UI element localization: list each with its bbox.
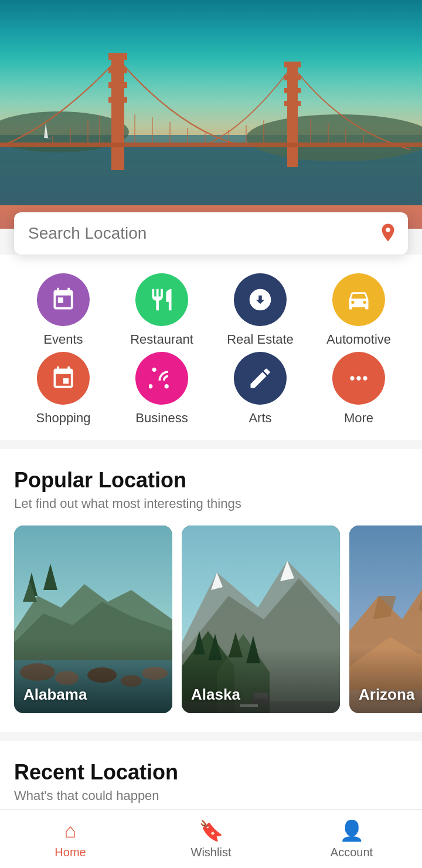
svg-rect-32 (46, 138, 50, 139)
category-automotive[interactable]: Automotive (315, 273, 403, 347)
restaurant-label: Restaurant (130, 332, 193, 347)
arts-icon-bg (234, 352, 287, 405)
automotive-icon (346, 287, 372, 313)
category-business[interactable]: Business (118, 352, 206, 426)
location-card-alabama[interactable]: Alabama (14, 525, 172, 713)
home-label: Home (55, 846, 86, 859)
hero-banner (0, 0, 422, 229)
arizona-label: Arizona (359, 686, 414, 704)
svg-rect-61 (182, 525, 340, 713)
search-container (14, 212, 408, 255)
category-row-2: Shopping Business Arts (14, 352, 408, 426)
arts-icon (247, 365, 273, 391)
popular-section: Popular Location Let find out what most … (0, 449, 422, 732)
shopping-icon (50, 365, 76, 391)
popular-title: Popular Location (14, 468, 422, 493)
restaurant-icon (149, 287, 175, 313)
more-icon-bg (332, 352, 385, 405)
arizona-image (349, 525, 422, 713)
nav-account[interactable]: 👤 Account (281, 819, 422, 859)
automotive-label: Automotive (326, 332, 391, 347)
category-restaurant[interactable]: Restaurant (118, 273, 206, 347)
arts-label: Arts (249, 411, 271, 426)
nav-wishlist[interactable]: 🔖 Wishlist (141, 819, 281, 859)
alabama-label: Alabama (23, 686, 87, 704)
business-label: Business (135, 411, 188, 426)
bridge-illustration (0, 29, 422, 205)
svg-rect-6 (108, 67, 127, 73)
business-icon-bg (135, 352, 188, 405)
category-events[interactable]: Events (19, 273, 107, 347)
nav-home[interactable]: ⌂ Home (0, 819, 141, 859)
restaurant-icon-bg (135, 273, 188, 326)
more-icon (346, 365, 372, 391)
svg-rect-7 (108, 82, 127, 88)
realestate-icon (247, 287, 273, 313)
more-label: More (344, 411, 373, 426)
popular-subtitle: Let find out what most interesting thing… (14, 496, 422, 511)
svg-rect-69 (349, 525, 422, 713)
recent-title: Recent Location (14, 760, 408, 785)
alabama-image (14, 525, 172, 713)
location-card-arizona[interactable]: Arizona (349, 525, 422, 713)
automotive-icon-bg (332, 273, 385, 326)
svg-rect-45 (14, 525, 172, 713)
category-shopping[interactable]: Shopping (19, 352, 107, 426)
svg-rect-13 (284, 101, 301, 106)
account-icon: 👤 (339, 819, 364, 842)
categories-section: Events Restaurant Real Estate (0, 255, 422, 440)
location-pin-icon (377, 222, 399, 243)
alaska-image (182, 525, 340, 713)
shopping-label: Shopping (36, 411, 91, 426)
bottom-nav: ⌂ Home 🔖 Wishlist 👤 Account (0, 809, 422, 868)
search-input[interactable] (14, 212, 408, 255)
search-location-button[interactable] (377, 222, 399, 245)
category-arts[interactable]: Arts (216, 352, 304, 426)
shopping-icon-bg (37, 352, 90, 405)
location-card-alaska[interactable]: Alaska (182, 525, 340, 713)
svg-rect-11 (284, 75, 301, 80)
wishlist-icon: 🔖 (199, 819, 223, 842)
events-icon (50, 287, 76, 313)
realestate-icon-bg (234, 273, 287, 326)
realestate-label: Real Estate (227, 332, 294, 347)
business-icon (149, 365, 175, 391)
category-row-1: Events Restaurant Real Estate (14, 273, 408, 347)
svg-rect-12 (284, 88, 301, 93)
alaska-label: Alaska (191, 686, 240, 704)
account-label: Account (331, 846, 373, 859)
svg-rect-14 (0, 143, 422, 147)
wishlist-label: Wishlist (191, 846, 232, 859)
home-icon: ⌂ (64, 819, 77, 842)
recent-subtitle: What's that could happen (14, 788, 408, 803)
locations-scroll: Alabama (14, 525, 422, 713)
events-icon-bg (37, 273, 90, 326)
category-more[interactable]: More (315, 352, 403, 426)
category-realestate[interactable]: Real Estate (216, 273, 304, 347)
svg-rect-8 (108, 97, 127, 103)
events-label: Events (43, 332, 83, 347)
